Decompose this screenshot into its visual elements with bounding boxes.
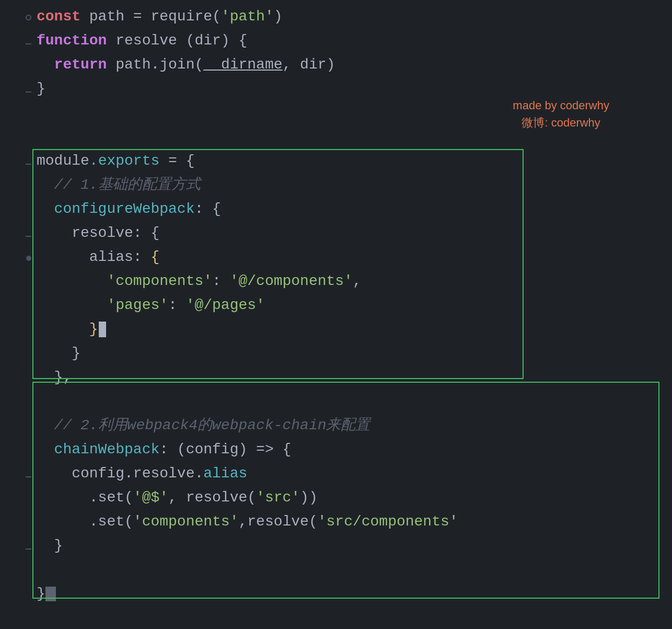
code-line-15: } [0, 342, 672, 366]
token: } [37, 81, 45, 97]
token [37, 417, 54, 433]
code-line-20: config.resolve.alias [0, 462, 672, 486]
token [37, 273, 107, 289]
token: 'path' [221, 8, 274, 25]
token: '@$' [133, 489, 168, 506]
line-content-18: // 2.利用webpack4的webpack-chain来配置 [37, 414, 662, 438]
token: module [37, 153, 89, 169]
token [37, 297, 107, 313]
token: resolve: { [37, 225, 159, 241]
token: , resolve( [168, 489, 256, 506]
gutter-icon-11 [25, 255, 32, 262]
line-content-11: alias: { [37, 246, 662, 269]
token: : [212, 273, 230, 289]
code-line-1: const path = require('path') [0, 5, 672, 29]
code-line-14: } [0, 318, 672, 342]
line-content-17 [37, 390, 662, 414]
cursor [99, 322, 106, 337]
gutter-20 [5, 476, 37, 477]
code-line-2: function resolve (dir) { [0, 29, 672, 53]
line-content-25: } [37, 582, 662, 606]
line-content-8: // 1.基础的配置方式 [37, 174, 662, 197]
token: configureWebpack [54, 201, 195, 217]
token: = { [159, 153, 194, 169]
code-line-23: } [0, 534, 672, 558]
line-content-1: const path = require('path') [37, 5, 662, 29]
gutter-icon-4 [26, 92, 31, 93]
line-content-21: .set('@$', resolve('src')) [37, 486, 662, 510]
line-content-7: module.exports = { [37, 150, 662, 173]
token: config.resolve. [37, 465, 203, 482]
token: chainWebpack [54, 441, 160, 458]
gutter-1 [5, 15, 37, 20]
line-content-19: chainWebpack: (config) => { [37, 438, 662, 462]
token [37, 201, 54, 217]
token: .exports [89, 153, 159, 169]
token: = [133, 8, 142, 25]
line-content-12: 'components': '@/components', [37, 270, 662, 293]
token: )) [300, 489, 318, 506]
token: require( [142, 8, 221, 25]
token: // 1.基础的配置方式 [54, 177, 201, 193]
gutter-icon-20 [26, 476, 31, 477]
line-content-3: return path.join(__dirname, dir) [37, 53, 662, 77]
line-content-2: function resolve (dir) { [37, 29, 662, 53]
line-content-9: configureWebpack: { [37, 198, 662, 221]
line-content-13: 'pages': '@/pages' [37, 294, 662, 317]
token: ) [274, 8, 283, 25]
line-content-6 [37, 125, 662, 149]
line-content-10: resolve: { [37, 222, 662, 245]
line-content-24 [37, 558, 662, 582]
code-line-21: .set('@$', resolve('src')) [0, 486, 672, 510]
token: : [168, 297, 186, 313]
token: : (config) => { [159, 441, 291, 458]
token: function [37, 32, 107, 49]
code-line-13: 'pages': '@/pages' [0, 294, 672, 318]
gutter-icon-23 [26, 548, 31, 550]
token: '@/components' [230, 273, 353, 289]
token: .set( [37, 513, 133, 530]
token: path [80, 8, 133, 25]
token: // 2.利用webpack4的webpack-chain来配置 [54, 417, 370, 433]
code-line-18: // 2.利用webpack4的webpack-chain来配置 [0, 414, 672, 438]
code-line-16: }, [0, 366, 672, 390]
gutter-4 [5, 92, 37, 93]
token: alias [203, 465, 247, 482]
token: : { [194, 201, 221, 217]
gutter-icon-10 [26, 236, 31, 237]
line-content-16: }, [37, 366, 662, 390]
gutter-7 [5, 164, 37, 165]
token: { [150, 249, 159, 265]
token: .set( [37, 489, 133, 506]
code-line-3: return path.join(__dirname, dir) [0, 53, 672, 77]
token [37, 56, 54, 73]
token: } [37, 537, 63, 554]
token: 'src/components' [318, 513, 458, 530]
token: 'components' [107, 273, 212, 289]
code-editor: const path = require('path') function re… [0, 0, 672, 629]
watermark-line1: made by coderwhy [513, 97, 609, 114]
token [37, 321, 89, 337]
line-content-14: } [37, 318, 662, 341]
gutter-23 [5, 548, 37, 550]
gutter-icon-2 [26, 43, 31, 44]
line-content-15: } [37, 342, 662, 365]
gutter-10 [5, 236, 37, 237]
token: , [353, 273, 362, 289]
token: ,resolve( [238, 513, 317, 530]
line-content-22: .set('components',resolve('src/component… [37, 510, 662, 534]
token: 'src' [256, 489, 300, 506]
code-line-8: // 1.基础的配置方式 [0, 174, 672, 198]
code-line-9: configureWebpack: { [0, 198, 672, 222]
gutter-11 [5, 256, 37, 261]
code-line-11: alias: { [0, 246, 672, 270]
token: } [37, 586, 45, 602]
token: resolve (dir) { [107, 32, 247, 49]
code-line-10: resolve: { [0, 222, 672, 246]
token: 'components' [133, 513, 239, 530]
code-line-17 [0, 390, 672, 414]
line-content-20: config.resolve.alias [37, 462, 662, 486]
token: } [89, 321, 98, 337]
end-cursor [45, 587, 56, 601]
token: const [37, 8, 80, 25]
